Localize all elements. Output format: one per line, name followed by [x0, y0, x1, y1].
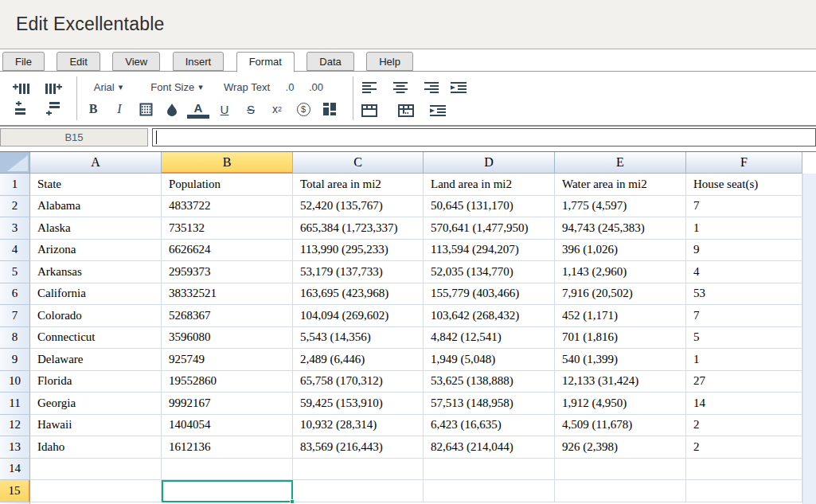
cell[interactable]: Water area in mi2 [555, 174, 686, 196]
cell[interactable] [30, 480, 162, 502]
tab-help[interactable]: Help [366, 52, 413, 71]
cell[interactable]: 1,912 (4,950) [555, 393, 686, 415]
vertical-scrollbar[interactable] [802, 152, 816, 504]
font-size-dropdown[interactable]: Font Size ▾ [140, 79, 213, 96]
select-all-corner[interactable] [0, 152, 30, 174]
cell[interactable]: 57,513 (148,958) [424, 393, 555, 415]
cell[interactable]: 1 [686, 349, 802, 371]
cell[interactable]: 65,758 (170,312) [293, 371, 424, 393]
cell[interactable] [293, 459, 424, 481]
cell[interactable]: 52,035 (134,770) [424, 261, 555, 283]
cell[interactable]: 665,384 (1,723,337) [293, 217, 424, 240]
cell[interactable]: 1404054 [162, 415, 293, 437]
fill-color-button[interactable] [162, 100, 182, 118]
underline-button[interactable]: U [215, 100, 234, 118]
cell[interactable]: 19552860 [162, 371, 293, 393]
cell[interactable]: 94,743 (245,383) [555, 217, 686, 240]
merge-cells-button[interactable] [360, 102, 379, 119]
decimal-decrease-button[interactable]: .0 [280, 79, 299, 96]
cell[interactable]: 6,423 (16,635) [424, 415, 555, 437]
cell[interactable]: Georgia [30, 393, 162, 415]
row-header-1[interactable]: 1 [0, 174, 30, 196]
cell[interactable]: 103,642 (268,432) [424, 305, 555, 327]
cell[interactable]: 925749 [162, 349, 293, 371]
cell[interactable]: 6626624 [162, 240, 293, 262]
column-header-A[interactable]: A [30, 152, 162, 174]
borders-button[interactable] [136, 100, 155, 118]
cell[interactable]: 2 [686, 436, 802, 459]
insert-row-above-button[interactable] [12, 100, 31, 118]
cell[interactable]: 7 [686, 305, 802, 327]
column-header-E[interactable]: E [555, 152, 686, 174]
align-right-button[interactable] [422, 79, 441, 96]
cell[interactable]: 2 [686, 415, 802, 437]
row-header-15[interactable]: 15 [0, 480, 30, 502]
cell[interactable]: 1,949 (5,048) [424, 349, 555, 371]
currency-format-button[interactable]: $ [294, 100, 313, 118]
formula-input[interactable] [152, 128, 816, 147]
cell[interactable]: Arizona [30, 240, 162, 262]
cell[interactable]: 452 (1,171) [555, 305, 686, 327]
tab-data[interactable]: Data [306, 52, 353, 71]
tab-insert[interactable]: Insert [173, 52, 224, 71]
cell[interactable]: 5,543 (14,356) [293, 327, 424, 350]
cell[interactable]: 53,625 (138,888) [424, 371, 555, 393]
cell[interactable]: State [30, 174, 162, 196]
cell[interactable]: 701 (1,816) [555, 327, 686, 350]
column-header-D[interactable]: D [424, 152, 555, 174]
cell[interactable]: 38332521 [162, 283, 293, 306]
cell[interactable]: 4 [686, 261, 802, 283]
cell[interactable]: Alaska [30, 217, 162, 240]
cell[interactable]: 5268367 [162, 305, 293, 327]
insert-row-below-button[interactable] [44, 100, 63, 118]
cell-name-box[interactable]: B15 [0, 128, 148, 147]
align-center-button[interactable] [391, 79, 410, 96]
tab-file[interactable]: File [2, 52, 45, 71]
row-header-13[interactable]: 13 [0, 436, 30, 459]
cell[interactable]: Delaware [30, 349, 162, 371]
cell[interactable] [162, 459, 293, 481]
cell[interactable]: 570,641 (1,477,950) [424, 217, 555, 240]
cell[interactable]: 52,420 (135,767) [293, 196, 424, 218]
cell[interactable] [686, 480, 802, 502]
tab-edit[interactable]: Edit [57, 52, 100, 71]
cell[interactable] [424, 459, 555, 481]
row-header-3[interactable]: 3 [0, 217, 30, 240]
cell[interactable]: 155,779 (403,466) [424, 283, 555, 306]
row-header-7[interactable]: 7 [0, 305, 30, 327]
cell[interactable]: 7 [686, 196, 802, 218]
cell[interactable] [424, 480, 555, 502]
cell[interactable]: 83,569 (216,443) [293, 436, 424, 459]
align-left-button[interactable] [360, 79, 379, 96]
insert-column-right-button[interactable] [44, 80, 63, 97]
column-header-F[interactable]: F [686, 152, 802, 174]
cell[interactable]: 163,695 (423,968) [293, 283, 424, 306]
cell[interactable]: 27 [686, 371, 802, 393]
row-header-9[interactable]: 9 [0, 349, 30, 371]
cell[interactable]: Land area in mi2 [424, 174, 555, 196]
cell[interactable]: California [30, 283, 162, 306]
text-color-button[interactable]: A [189, 100, 208, 118]
insert-column-left-button[interactable] [12, 80, 31, 97]
cell[interactable]: 735132 [162, 217, 293, 240]
bold-button[interactable]: B [84, 100, 103, 118]
tab-view[interactable]: View [112, 52, 160, 71]
tab-format[interactable]: Format [236, 52, 295, 72]
cell[interactable]: Colorado [30, 305, 162, 327]
cell[interactable]: 396 (1,026) [555, 240, 686, 262]
cell[interactable] [30, 459, 162, 481]
row-header-8[interactable]: 8 [0, 327, 30, 350]
cell[interactable]: 9992167 [162, 393, 293, 415]
cell[interactable]: 50,645 (131,170) [424, 196, 555, 218]
row-header-5[interactable]: 5 [0, 261, 30, 283]
cell[interactable]: Total area in mi2 [293, 174, 424, 196]
split-cells-button[interactable] [396, 102, 416, 119]
cell[interactable] [555, 480, 686, 502]
wrap-text-button[interactable]: Wrap Text [221, 79, 273, 96]
row-header-12[interactable]: 12 [0, 415, 30, 437]
cell[interactable]: 12,133 (31,424) [555, 371, 686, 393]
cell[interactable]: 926 (2,398) [555, 436, 686, 459]
cell[interactable]: 5 [686, 327, 802, 350]
cell[interactable] [162, 480, 293, 502]
italic-button[interactable]: I [110, 100, 129, 118]
